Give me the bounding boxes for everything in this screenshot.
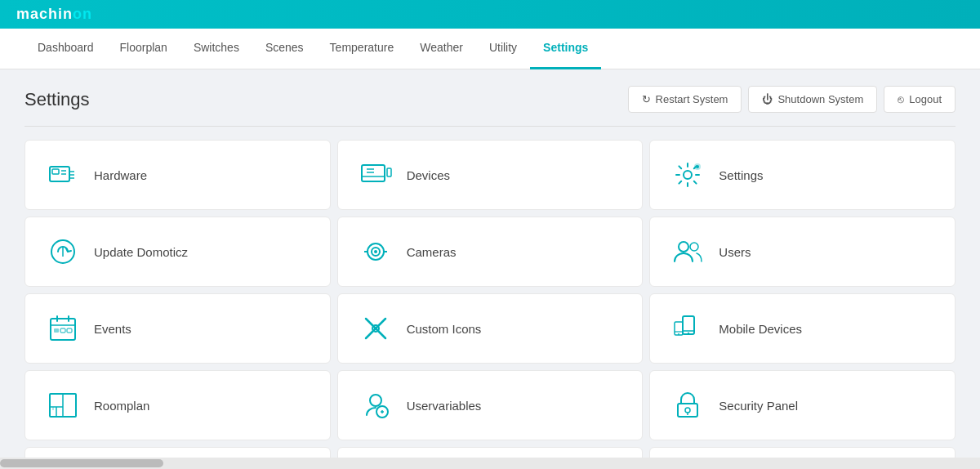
restart-icon: ↻: [642, 93, 651, 105]
logout-label: Logout: [909, 93, 942, 105]
card-users[interactable]: Users: [649, 217, 956, 287]
logout-button[interactable]: ⎋ Logout: [884, 86, 956, 113]
custom-icons-icon: [358, 310, 394, 346]
svg-point-24: [690, 243, 698, 251]
svg-rect-38: [675, 322, 683, 335]
security-icon: [670, 387, 706, 423]
nav-temperature[interactable]: Temperature: [317, 29, 408, 69]
navigation: Dashboard Floorplan Switches Scenes Temp…: [0, 29, 980, 69]
nav-weather[interactable]: Weather: [407, 29, 476, 69]
content-header: Settings ↻ Restart System ⏻ Shutdown Sys…: [24, 86, 956, 113]
card-settings[interactable]: Settings: [649, 140, 956, 210]
cameras-label: Cameras: [407, 245, 457, 259]
update-label: Update Domoticz: [94, 245, 188, 259]
svg-rect-29: [54, 328, 59, 333]
settings-icon: [670, 157, 706, 193]
svg-rect-7: [362, 165, 385, 181]
card-events[interactable]: Events: [24, 293, 331, 364]
custom-icons-label: Custom Icons: [407, 322, 482, 336]
mobile-label: Mobile Devices: [719, 322, 802, 336]
card-devices[interactable]: Devices: [337, 140, 644, 210]
svg-rect-1: [52, 169, 59, 174]
devices-icon: [358, 157, 394, 193]
card-uservariables[interactable]: Uservariables: [337, 370, 644, 440]
nav-switches[interactable]: Switches: [180, 29, 252, 69]
nav-dashboard[interactable]: Dashboard: [24, 29, 107, 69]
shutdown-icon: ⏻: [762, 93, 773, 105]
users-label: Users: [719, 245, 751, 259]
security-label: Security Panel: [719, 399, 798, 413]
svg-point-23: [679, 242, 688, 252]
devices-label: Devices: [407, 168, 450, 182]
shutdown-button[interactable]: ⏻ Shutdown System: [748, 86, 877, 113]
card-mobile-devices[interactable]: Mobile Devices: [649, 293, 956, 364]
settings-grid: Hardware Devices: [24, 140, 956, 469]
events-label: Events: [94, 322, 131, 336]
events-icon: [45, 310, 81, 346]
uservariables-icon: [358, 387, 394, 423]
svg-point-13: [684, 171, 692, 179]
cameras-icon: [358, 234, 394, 270]
divider: [24, 126, 956, 127]
card-cameras[interactable]: Cameras: [337, 217, 644, 287]
svg-point-40: [678, 333, 679, 335]
card-roomplan[interactable]: Roomplan: [24, 370, 331, 440]
roomplan-icon: [45, 387, 81, 423]
shutdown-label: Shutdown System: [777, 93, 863, 105]
action-buttons: ↻ Restart System ⏻ Shutdown System ⎋ Log…: [628, 86, 956, 113]
nav-settings[interactable]: Settings: [530, 29, 601, 69]
page-title: Settings: [24, 89, 90, 110]
update-icon: [45, 234, 81, 270]
card-update-domoticz[interactable]: Update Domoticz: [24, 217, 331, 287]
hardware-label: Hardware: [94, 168, 147, 182]
card-hardware[interactable]: Hardware: [24, 140, 331, 210]
roomplan-label: Roomplan: [94, 399, 149, 413]
svg-rect-10: [387, 168, 391, 176]
logout-icon: ⎋: [898, 93, 904, 105]
mobile-icon: [670, 310, 706, 346]
restart-button[interactable]: ↻ Restart System: [628, 86, 742, 113]
svg-point-46: [370, 395, 381, 406]
restart-label: Restart System: [656, 93, 728, 105]
nav-floorplan[interactable]: Floorplan: [107, 29, 180, 69]
card-custom-icons[interactable]: Custom Icons: [337, 293, 644, 364]
card-security-panel[interactable]: Security Panel: [649, 370, 956, 440]
uservariables-label: Uservariables: [407, 399, 482, 413]
svg-rect-30: [60, 328, 65, 333]
scrollbar[interactable]: [0, 458, 980, 469]
settings-label: Settings: [719, 168, 763, 182]
content: Settings ↻ Restart System ⏻ Shutdown Sys…: [0, 69, 980, 469]
scrollbar-thumb[interactable]: [0, 459, 163, 467]
header: machinon: [0, 0, 980, 29]
svg-rect-31: [67, 328, 72, 333]
svg-point-37: [688, 333, 689, 334]
svg-point-51: [685, 408, 690, 413]
nav-scenes[interactable]: Scenes: [252, 29, 317, 69]
logo: machinon: [16, 6, 92, 23]
nav-utility[interactable]: Utility: [476, 29, 530, 69]
svg-point-15: [696, 165, 699, 168]
users-icon: [670, 234, 706, 270]
svg-point-20: [374, 250, 377, 253]
hardware-icon: [45, 157, 81, 193]
